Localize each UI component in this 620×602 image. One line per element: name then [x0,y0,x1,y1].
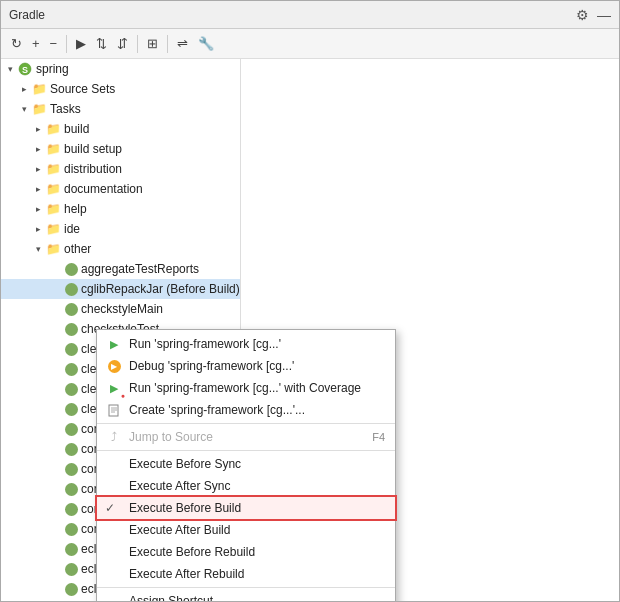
other-label: other [64,242,91,256]
debug-icon: ▶ [105,357,123,375]
arrow-distribution [31,162,45,176]
collapse-all-button[interactable]: ⇵ [113,33,132,54]
menu-item-execute-before-sync[interactable]: Execute Before Sync [97,453,395,475]
arrow-source-sets [17,82,31,96]
task-icon-aggregateTestReports [65,263,78,276]
help-folder-icon: 📁 [45,201,61,217]
menu-item-execute-before-build[interactable]: ✓ Execute Before Build [97,497,395,519]
tree-item-help[interactable]: 📁 help [1,199,240,219]
build-setup-label: build setup [64,142,122,156]
task-icon-cleanEclipseClasspath [65,343,78,356]
task-icon-eclipseJdt [65,583,78,596]
title-bar: Gradle ⚙ — [1,1,619,29]
tree-item-documentation[interactable]: 📁 documentation [1,179,240,199]
distribution-folder-icon: 📁 [45,161,61,177]
minus-button[interactable]: − [46,33,62,54]
jump-shortcut: F4 [372,431,385,443]
menu-exec-after-rebuild-label: Execute After Rebuild [129,567,244,581]
arrow-build-setup [31,142,45,156]
build-folder-icon: 📁 [45,121,61,137]
help-label: help [64,202,87,216]
spring-icon: S [17,61,33,77]
arrow-spring [3,62,17,76]
menu-item-jump-to-source[interactable]: ⤴ Jump to Source F4 [97,426,395,448]
arrow-other [31,242,45,256]
tree-item-build[interactable]: 📁 build [1,119,240,139]
menu-exec-after-build-label: Execute After Build [129,523,230,537]
settings-icon[interactable]: ⚙ [576,7,589,23]
task-icon-checkstyleTest [65,323,78,336]
menu-exec-before-build-label: Execute Before Build [129,501,241,515]
wrench-button[interactable]: 🔧 [194,33,218,54]
tree-item-checkstyleMain[interactable]: checkstyleMain [1,299,240,319]
tree-item-tasks[interactable]: 📁 Tasks [1,99,240,119]
task-icon-compileTestJava [65,503,78,516]
menu-item-create[interactable]: Create 'spring-framework [cg...'... [97,399,395,421]
tree-item-ide[interactable]: 📁 ide [1,219,240,239]
task-icon-compileJava [65,443,78,456]
ide-label: ide [64,222,80,236]
context-menu: ▶ Run 'spring-framework [cg...' ▶ Debug … [96,329,396,601]
task-icon-cleanEclipseJdt [65,363,78,376]
link-button[interactable]: ⇌ [173,33,192,54]
add-button[interactable]: + [28,33,44,54]
build-setup-folder-icon: 📁 [45,141,61,157]
task-icon-eclipseBuildship [65,543,78,556]
source-sets-label: Source Sets [50,82,115,96]
menu-item-debug[interactable]: ▶ Debug 'spring-framework [cg...' [97,355,395,377]
tree-item-cglibRepackJar[interactable]: cglibRepackJar (Before Build) [1,279,240,299]
build-label: build [64,122,89,136]
other-folder-icon: 📁 [45,241,61,257]
menu-exec-before-sync-label: Execute Before Sync [129,457,241,471]
tree-item-distribution[interactable]: 📁 distribution [1,159,240,179]
execute-button[interactable]: ▶ [72,33,90,54]
empty-icon-4 [105,543,123,561]
menu-item-execute-after-build[interactable]: Execute After Build [97,519,395,541]
toggle-button[interactable]: ⊞ [143,33,162,54]
arrow-tasks [17,102,31,116]
arrow-build [31,122,45,136]
task-icon-cleanEclipseProject [65,403,78,416]
tree-item-source-sets[interactable]: 📁 Source Sets [1,79,240,99]
coverage-icon: ▶ ● [105,379,123,397]
context-menu-separator-2 [97,450,395,451]
task-icon-compileGroovy [65,423,78,436]
empty-icon-3 [105,521,123,539]
arrow-help [31,202,45,216]
task-icon-cleanEclipseJdtUi [65,383,78,396]
menu-item-run[interactable]: ▶ Run 'spring-framework [cg...' [97,333,395,355]
menu-coverage-label: Run 'spring-framework [cg...' with Cover… [129,381,361,395]
create-icon [105,401,123,419]
menu-run-label: Run 'spring-framework [cg...' [129,337,281,351]
menu-create-label: Create 'spring-framework [cg...'... [129,403,305,417]
task-icon-compileTestGroovy [65,483,78,496]
task-icon-compileTestKotlin [65,523,78,536]
menu-exec-after-sync-label: Execute After Sync [129,479,230,493]
menu-item-assign-shortcut[interactable]: Assign Shortcut... [97,590,395,601]
empty-icon-1 [105,455,123,473]
menu-assign-shortcut-label: Assign Shortcut... [129,594,223,601]
task-icon-cglibRepackJar [65,283,78,296]
context-menu-separator-3 [97,587,395,588]
minimize-icon[interactable]: — [597,7,611,23]
tree-item-other[interactable]: 📁 other [1,239,240,259]
spring-label: spring [36,62,69,76]
expand-all-button[interactable]: ⇅ [92,33,111,54]
toolbar-separator-1 [66,35,67,53]
documentation-label: documentation [64,182,143,196]
tree-item-build-setup[interactable]: 📁 build setup [1,139,240,159]
refresh-button[interactable]: ↻ [7,33,26,54]
menu-item-run-coverage[interactable]: ▶ ● Run 'spring-framework [cg...' with C… [97,377,395,399]
tree-item-spring[interactable]: S spring [1,59,240,79]
content-area: S spring 📁 Source Sets 📁 Tasks 📁 build [1,59,619,601]
menu-item-execute-after-sync[interactable]: Execute After Sync [97,475,395,497]
svg-text:S: S [22,65,28,75]
toolbar-separator-2 [137,35,138,53]
gradle-window: Gradle ⚙ — ↻ + − ▶ ⇅ ⇵ ⊞ ⇌ 🔧 S spring [0,0,620,602]
empty-icon-6 [105,592,123,601]
tree-item-aggregateTestReports[interactable]: aggregateTestReports [1,259,240,279]
menu-item-execute-after-rebuild[interactable]: Execute After Rebuild [97,563,395,585]
menu-item-execute-before-rebuild[interactable]: Execute Before Rebuild [97,541,395,563]
tasks-folder-icon: 📁 [31,101,47,117]
toolbar: ↻ + − ▶ ⇅ ⇵ ⊞ ⇌ 🔧 [1,29,619,59]
